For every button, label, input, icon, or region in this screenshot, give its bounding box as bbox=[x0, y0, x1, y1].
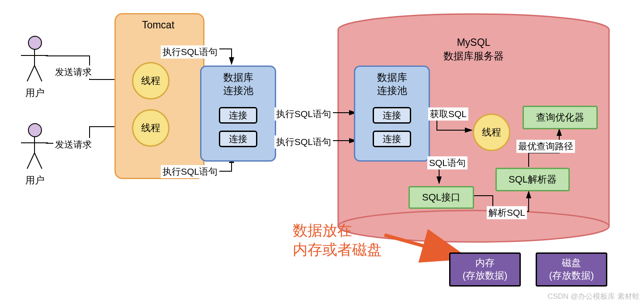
between-exec-2: 执行SQL语句 bbox=[274, 135, 333, 149]
tomcat-pool-title-l2: 连接池 bbox=[223, 85, 253, 96]
optimizer-box: 查询优化器 bbox=[523, 106, 598, 129]
memory-l2: (存放数据) bbox=[450, 269, 519, 282]
mysql-conn-1: 连接 bbox=[373, 107, 411, 124]
tomcat-conn-1: 连接 bbox=[219, 107, 257, 124]
sql-statement-label: SQL语句 bbox=[427, 156, 467, 169]
disk-l1: 磁盘 bbox=[537, 257, 606, 269]
get-sql-label: 获取SQL bbox=[428, 107, 468, 121]
sql-interface-box: SQL接口 bbox=[409, 186, 474, 209]
sql-parser-box: SQL解析器 bbox=[495, 168, 570, 191]
tomcat-pool: 数据库 连接池 连接 连接 bbox=[200, 66, 276, 162]
user-label-2: 用户 bbox=[17, 174, 52, 187]
disk-l2: (存放数据) bbox=[537, 269, 606, 282]
send-request-label-1: 发送请求 bbox=[53, 66, 93, 79]
annotation-l2: 内存或者磁盘 bbox=[293, 241, 382, 258]
thread-label-2: 线程 bbox=[141, 121, 160, 135]
tomcat-title: Tomcat bbox=[114, 19, 202, 31]
user-actor-1 bbox=[18, 36, 52, 84]
thread-circle-1: 线程 bbox=[132, 62, 170, 100]
best-path-label: 最优查询路径 bbox=[516, 140, 575, 153]
memory-box: 内存 (存放数据) bbox=[449, 252, 521, 287]
between-exec-1: 执行SQL语句 bbox=[274, 107, 333, 121]
mysql-pool-title-l1: 数据库 bbox=[377, 72, 407, 83]
send-request-label-2: 发送请求 bbox=[53, 138, 93, 151]
thread-circle-2: 线程 bbox=[132, 109, 170, 147]
mysql-conn-2: 连接 bbox=[373, 131, 411, 147]
mysql-thread-label: 线程 bbox=[482, 126, 501, 139]
thread-label-1: 线程 bbox=[141, 74, 160, 87]
tomcat-pool-title-l1: 数据库 bbox=[223, 72, 253, 83]
annotation-l1: 数据放在 bbox=[293, 222, 352, 238]
exec-sql-label-bottom: 执行SQL语句 bbox=[161, 165, 219, 178]
mysql-pool-title-l2: 连接池 bbox=[377, 85, 407, 96]
exec-sql-label-top: 执行SQL语句 bbox=[161, 45, 219, 59]
sql-parser-label: SQL解析器 bbox=[509, 173, 557, 186]
memory-l1: 内存 bbox=[450, 257, 519, 269]
mysql-pool-title: 数据库 连接池 bbox=[355, 71, 429, 97]
tomcat-pool-title: 数据库 连接池 bbox=[201, 71, 275, 97]
sql-interface-label: SQL接口 bbox=[422, 191, 460, 204]
mysql-title-l1: MySQL bbox=[457, 37, 491, 48]
optimizer-label: 查询优化器 bbox=[536, 111, 584, 124]
mysql-thread-circle: 线程 bbox=[473, 114, 510, 151]
parse-sql-label: 解析SQL bbox=[487, 206, 527, 219]
disk-box: 磁盘 (存放数据) bbox=[536, 252, 607, 287]
storage-annotation: 数据放在 内存或者磁盘 bbox=[293, 221, 382, 259]
mysql-title: MySQL 数据库服务器 bbox=[338, 36, 609, 63]
user-actor-2 bbox=[18, 123, 52, 171]
tomcat-conn-2: 连接 bbox=[219, 131, 257, 147]
mysql-pool: 数据库 连接池 连接 连接 bbox=[354, 66, 430, 162]
mysql-title-l2: 数据库服务器 bbox=[443, 50, 504, 62]
watermark: CSDN @办公模板库 素材蛙 bbox=[547, 291, 640, 301]
user-label-1: 用户 bbox=[17, 86, 52, 100]
